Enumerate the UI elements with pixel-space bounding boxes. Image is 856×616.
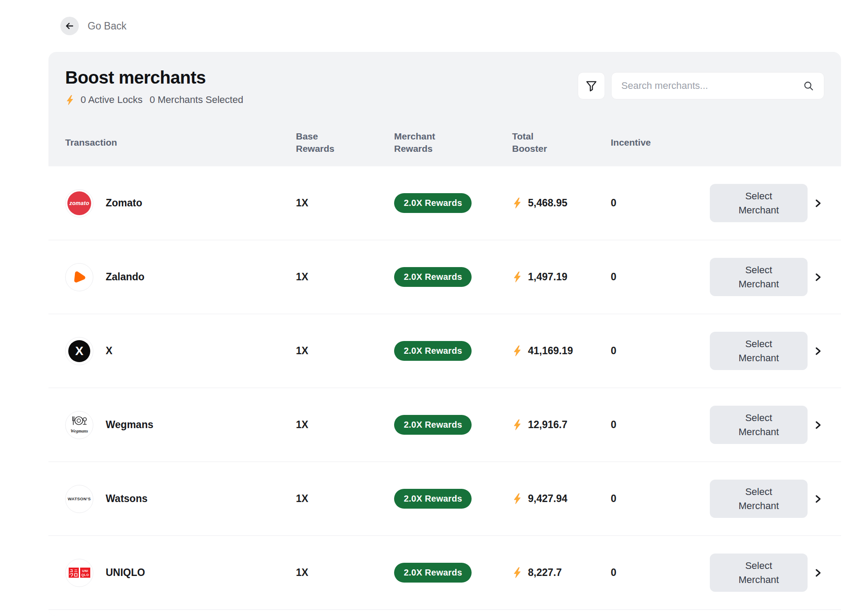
table-row: X X 1X 2.0X Rewards 41,169.19 0 Select M… (48, 314, 841, 388)
total-booster-value: 1,497.19 (528, 271, 568, 283)
select-merchant-label: Select Merchant (738, 559, 779, 587)
incentive-value: 0 (611, 345, 710, 357)
lightning-icon (512, 271, 523, 282)
total-booster-cell: 41,169.19 (512, 345, 611, 357)
chevron-right-icon[interactable] (812, 345, 824, 357)
select-merchant-button[interactable]: Select Merchant (710, 406, 808, 444)
table-header-row: Transaction Base Rewards Merchant Reward… (48, 119, 841, 166)
svg-text:Wegmans: Wegmans (70, 429, 88, 433)
total-booster-cell: 9,427.94 (512, 493, 611, 505)
select-merchant-button[interactable]: Select Merchant (710, 184, 808, 223)
search-input[interactable] (621, 80, 803, 92)
lightning-icon (65, 95, 75, 105)
chevron-right-icon[interactable] (812, 567, 824, 579)
select-merchant-button[interactable]: Select Merchant (710, 480, 808, 518)
base-rewards-value: 1X (296, 419, 394, 431)
select-merchant-button[interactable]: Select Merchant (710, 258, 808, 297)
column-header-merchant-rewards: Merchant Rewards (394, 130, 435, 155)
merchant-rows: zomato Zomato 1X 2.0X Rewards 5,468.95 0… (48, 166, 841, 616)
merchant-cell: X X (65, 337, 296, 365)
total-booster-cell: 8,227.7 (512, 567, 611, 579)
zalando-logo (65, 263, 93, 291)
lightning-icon (512, 567, 523, 578)
base-rewards-value: 1X (296, 493, 394, 505)
base-rewards-value: 1X (296, 567, 394, 579)
merchant-name: Zomato (106, 197, 142, 209)
total-booster-cell: 1,497.19 (512, 271, 611, 283)
lightning-icon (512, 345, 523, 356)
chevron-right-icon[interactable] (812, 271, 824, 283)
select-merchant-button[interactable]: Select Merchant (710, 554, 808, 592)
total-booster-cell: 12,916.7 (512, 419, 611, 431)
column-header-base-rewards: Base Rewards (296, 130, 335, 155)
merchant-rewards-badge: 2.0X Rewards (394, 341, 472, 361)
lightning-icon (512, 419, 523, 430)
card-header-right (578, 72, 824, 99)
total-booster-value: 8,227.7 (528, 567, 562, 579)
merchant-rewards-badge: 2.0X Rewards (394, 267, 472, 287)
merchant-name: Zalando (106, 271, 144, 283)
chevron-right-icon[interactable] (812, 197, 824, 209)
merchant-name: Wegmans (106, 419, 153, 431)
filter-button[interactable] (578, 72, 605, 99)
chevron-right-icon[interactable] (812, 493, 824, 505)
select-merchant-label: Select Merchant (738, 485, 779, 513)
table-row: WATSON’S Watsons 1X 2.0X Rewards 9,427.9… (48, 462, 841, 536)
select-merchant-label: Select Merchant (738, 411, 779, 439)
total-booster-value: 41,169.19 (528, 345, 573, 357)
merchant-cell: Wegmans Wegmans (65, 411, 296, 439)
x-logo: X (65, 337, 93, 365)
base-rewards-value: 1X (296, 197, 394, 209)
merchant-name: UNIQLO (106, 567, 145, 579)
select-merchant-button[interactable]: Select Merchant (710, 332, 808, 370)
incentive-value: 0 (611, 567, 710, 579)
uniqlo-logo: UNIQLO (65, 559, 93, 587)
total-booster-value: 12,916.7 (528, 419, 568, 431)
zomato-logo: zomato (65, 189, 93, 217)
table-row: Zalando 1X 2.0X Rewards 1,497.19 0 Selec… (48, 240, 841, 314)
card-header-left: Boost merchants 0 Active Locks 0 Merchan… (65, 67, 243, 106)
select-merchant-label: Select Merchant (738, 263, 779, 291)
table-row: Wegmans Wegmans 1X 2.0X Rewards 12,916.7… (48, 388, 841, 462)
incentive-value: 0 (611, 493, 710, 505)
table-row: UNIQLO UNIQLO 1X 2.0X Rewards 8,227.7 0 … (48, 536, 841, 610)
total-booster-cell: 5,468.95 (512, 197, 611, 209)
incentive-value: 0 (611, 271, 710, 283)
go-back-button[interactable]: Go Back (60, 17, 126, 35)
wegmans-logo: Wegmans (65, 411, 93, 439)
merchant-cell: Zalando (65, 263, 296, 291)
svg-text:QLO: QLO (81, 573, 89, 577)
merchant-cell: UNIQLO UNIQLO (65, 559, 296, 587)
column-header-incentive: Incentive (611, 136, 710, 149)
base-rewards-value: 1X (296, 345, 394, 357)
merchant-cell: zomato Zomato (65, 189, 296, 217)
column-header-total-booster: Total Booster (512, 130, 547, 155)
merchants-selected-count: 0 Merchants Selected (150, 94, 244, 106)
column-header-transaction: Transaction (65, 136, 296, 149)
total-booster-value: 5,468.95 (528, 197, 568, 209)
merchant-name: Watsons (106, 493, 148, 505)
merchant-rewards-badge: 2.0X Rewards (394, 415, 472, 435)
lightning-icon (512, 493, 523, 504)
status-line: 0 Active Locks 0 Merchants Selected (65, 94, 243, 106)
back-arrow-icon[interactable] (60, 17, 79, 35)
search-box[interactable] (611, 72, 824, 99)
svg-text:UNI: UNI (82, 569, 88, 573)
merchant-rewards-badge: 2.0X Rewards (394, 563, 472, 583)
merchant-name: X (106, 345, 112, 357)
merchant-rewards-badge: 2.0X Rewards (394, 489, 472, 509)
base-rewards-value: 1X (296, 271, 394, 283)
lightning-icon (512, 198, 523, 209)
watsons-logo: WATSON’S (65, 485, 93, 513)
incentive-value: 0 (611, 419, 710, 431)
filter-funnel-icon (584, 79, 598, 93)
card-header: Boost merchants 0 Active Locks 0 Merchan… (48, 52, 841, 106)
search-icon[interactable] (803, 80, 814, 92)
go-back-label: Go Back (88, 20, 126, 32)
page-title: Boost merchants (65, 67, 243, 88)
incentive-value: 0 (611, 197, 710, 209)
select-merchant-label: Select Merchant (738, 189, 779, 217)
total-booster-value: 9,427.94 (528, 493, 568, 505)
merchant-cell: WATSON’S Watsons (65, 485, 296, 513)
chevron-right-icon[interactable] (812, 419, 824, 431)
